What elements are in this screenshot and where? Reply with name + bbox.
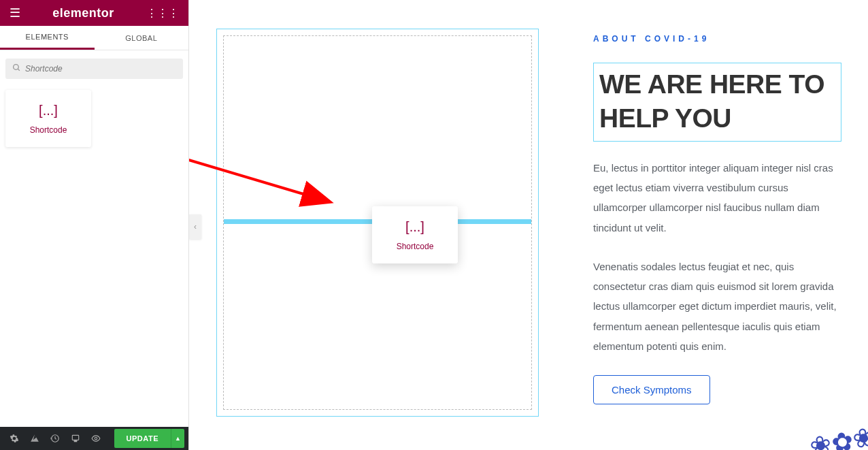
shortcode-icon: [...] [405,219,424,235]
settings-icon[interactable] [4,429,24,448]
menu-icon[interactable]: ☰ [10,5,20,20]
widget-shortcode[interactable]: [...] Shortcode [5,90,91,147]
paragraph-1: Eu, lectus in porttitor integer aliquam … [593,158,841,238]
apps-grid-icon[interactable]: ⋮⋮⋮ [146,7,179,20]
update-button[interactable]: UPDATE [114,429,171,448]
dragging-widget-label: Shortcode [397,242,434,251]
headline-widget[interactable]: WE ARE HERE TO HELP YOU [593,63,841,142]
svg-point-4 [95,437,97,440]
svg-rect-3 [74,441,77,442]
dragging-widget[interactable]: [...] Shortcode [372,206,458,263]
svg-rect-2 [72,435,78,440]
search-box[interactable] [5,59,183,79]
responsive-icon[interactable] [65,429,86,448]
paragraph-2: Venenatis sodales lectus feugiat et nec,… [593,257,841,356]
search-wrap [0,50,188,84]
shortcode-icon: [...] [39,103,58,118]
history-icon[interactable] [45,429,65,448]
collapse-sidebar-handle[interactable]: ‹ [189,214,201,239]
drop-column[interactable]: [...] Shortcode [216,29,539,417]
decorative-flowers: ❀✿❀ [807,421,868,450]
headline-text: WE ARE HERE TO HELP YOU [599,67,835,135]
search-input[interactable] [25,64,176,74]
eyebrow-text: ABOUT COVID-19 [593,34,841,44]
search-icon [12,63,21,74]
brand-logo: elementor [52,6,114,20]
canvas-section: [...] Shortcode ABOUT COVID-19 WE ARE HE… [216,29,842,417]
navigator-icon[interactable] [24,429,45,448]
editor-sidebar: ☰ elementor ⋮⋮⋮ ELEMENTS GLOBAL [...] Sh… [0,0,189,450]
content-column: ABOUT COVID-19 WE ARE HERE TO HELP YOU E… [539,29,841,417]
widgets-area: [...] Shortcode [0,84,188,427]
drop-zone[interactable]: [...] Shortcode [223,35,532,410]
update-dropdown[interactable]: ▲ [171,429,184,448]
widget-label: Shortcode [30,125,67,135]
cta-button[interactable]: Check Symptoms [593,375,710,404]
tab-elements[interactable]: ELEMENTS [0,26,95,50]
preview-icon[interactable] [86,429,106,448]
sidebar-header: ☰ elementor ⋮⋮⋮ [0,0,188,26]
svg-point-0 [14,65,19,70]
svg-line-1 [18,69,20,71]
sidebar-footer: UPDATE ▲ [0,427,188,450]
tab-global[interactable]: GLOBAL [95,26,189,50]
panel-tabs: ELEMENTS GLOBAL [0,26,188,50]
canvas-area: ‹ [...] Shortcode ABOUT COVID-19 WE ARE … [189,0,868,450]
